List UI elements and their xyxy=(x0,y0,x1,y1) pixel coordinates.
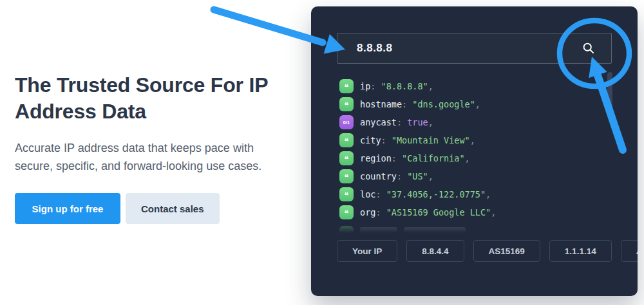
string-badge-icon: ❝ xyxy=(339,151,354,165)
example-chip[interactable]: 1.1.1.14 xyxy=(549,240,612,262)
string-badge-icon: ❝ xyxy=(339,169,354,183)
page-title-line2: Address Data xyxy=(15,100,146,123)
example-chips: Your IP8.8.4.4AS151691.1.1.14AS4519 xyxy=(337,240,638,262)
string-badge-icon: ❝ xyxy=(339,187,354,201)
faded-text-bar xyxy=(404,227,466,234)
json-row: 0/1anycast: true, xyxy=(339,115,496,129)
json-line: anycast: true, xyxy=(360,117,433,127)
json-row: ❝hostname: "dns.google", xyxy=(339,97,496,111)
json-scrollbar-thumb[interactable] xyxy=(607,72,612,111)
search-button[interactable] xyxy=(575,33,602,63)
page-subtitle-line2: secure, specific, and forward-looking us… xyxy=(15,160,261,172)
json-row: ❝region: "California", xyxy=(339,151,496,165)
json-line: loc: "37.4056,-122.0775", xyxy=(360,189,491,199)
example-chip[interactable]: 8.8.4.4 xyxy=(406,240,464,262)
json-line: org: "AS15169 Google LLC", xyxy=(360,207,496,217)
ip-lookup-panel: 8.8.8.8 ❝ip: "8.8.8.8",❝hostname: "dns.g… xyxy=(311,6,638,296)
hero-copy: The Trusted Source For IP Address Data A… xyxy=(15,72,311,224)
hero-section: The Trusted Source For IP Address Data A… xyxy=(0,0,644,305)
string-badge-icon xyxy=(339,226,354,234)
json-output: ❝ip: "8.8.8.8",❝hostname: "dns.google",0… xyxy=(339,79,496,219)
json-row: ❝city: "Mountain View", xyxy=(339,133,496,147)
page-subtitle: Accurate IP address data that keeps pace… xyxy=(15,139,311,175)
json-line: hostname: "dns.google", xyxy=(360,99,480,109)
contact-sales-button[interactable]: Contact sales xyxy=(126,193,220,224)
json-row: ❝country: "US", xyxy=(339,169,496,183)
search-input[interactable]: 8.8.8.8 xyxy=(337,33,612,64)
search-query-text: 8.8.8.8 xyxy=(337,42,393,55)
string-badge-icon: ❝ xyxy=(339,79,354,93)
example-chip[interactable]: Your IP xyxy=(337,240,397,262)
boolean-badge-icon: 0/1 xyxy=(339,115,354,129)
page-subtitle-line1: Accurate IP address data that keeps pace… xyxy=(15,142,254,154)
json-line: region: "California", xyxy=(360,153,470,163)
string-badge-icon: ❝ xyxy=(339,133,354,147)
hero-buttons: Sign up for free Contact sales xyxy=(15,193,311,224)
example-chip[interactable]: AS15169 xyxy=(473,240,540,262)
json-row-faded xyxy=(339,226,494,234)
json-line: ip: "8.8.8.8", xyxy=(360,81,433,91)
page-title: The Trusted Source For IP Address Data xyxy=(15,72,311,125)
page-title-line1: The Trusted Source For IP xyxy=(15,73,268,97)
string-badge-icon: ❝ xyxy=(339,205,354,219)
faded-text-bar xyxy=(360,227,397,234)
json-row: ❝loc: "37.4056,-122.0775", xyxy=(339,187,496,201)
json-row: ❝org: "AS15169 Google LLC", xyxy=(339,205,496,219)
signup-button[interactable]: Sign up for free xyxy=(15,193,120,224)
example-chip[interactable]: AS4519 xyxy=(621,240,638,262)
json-row: ❝ip: "8.8.8.8", xyxy=(339,79,496,93)
search-icon xyxy=(582,42,595,55)
json-line: city: "Mountain View", xyxy=(360,135,475,145)
string-badge-icon: ❝ xyxy=(339,97,354,111)
json-line: country: "US", xyxy=(360,171,433,181)
